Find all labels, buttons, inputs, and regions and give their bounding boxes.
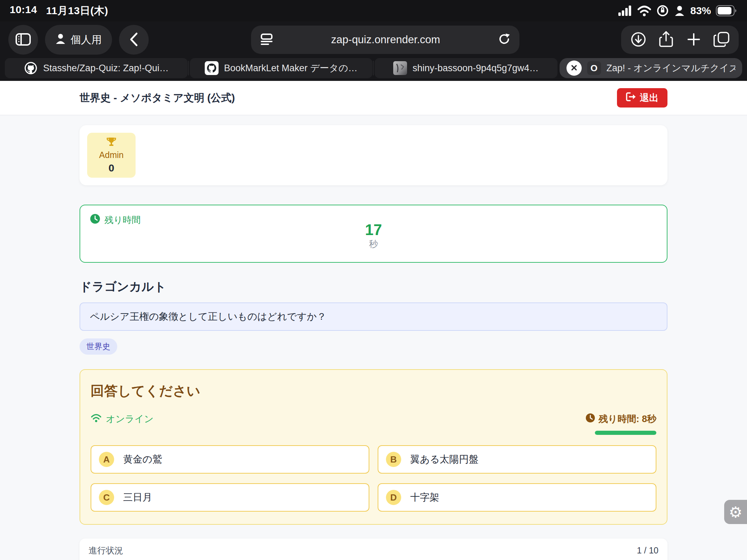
player-score: 0 [109, 162, 114, 174]
tab-github-repo[interactable]: Stasshe/Zap-Quiz: Zap!-Qui… [5, 58, 188, 78]
toolbar-right-buttons [621, 26, 739, 54]
option-letter-badge: D [386, 490, 401, 505]
clock-icon [585, 413, 595, 425]
status-date: 11月13日(木) [46, 4, 108, 18]
option-a-button[interactable]: A 黄金の鷲 [91, 445, 369, 474]
settings-fab[interactable]: ⚙ [724, 500, 747, 524]
battery-icon [716, 5, 737, 16]
question-text: ペルシア王権の象徴として正しいものはどれですか？ [90, 310, 326, 323]
download-icon [631, 32, 646, 48]
question-title: ドラゴンカルト [80, 279, 667, 295]
option-text: 十字架 [410, 491, 439, 504]
answer-heading: 回答してください [91, 382, 656, 400]
download-button[interactable] [625, 26, 652, 54]
safari-toolbar: 個人用 zap-quiz.onrender.com [0, 21, 747, 58]
trophy-icon [106, 137, 117, 148]
tab-bookmarklet-maker[interactable]: BookMarkLet Maker データの… [190, 58, 373, 78]
wifi-icon [637, 5, 652, 16]
profile-button[interactable]: 個人用 [45, 25, 112, 55]
option-text: 翼ある太陽円盤 [410, 453, 478, 466]
option-c-button[interactable]: C 三日月 [91, 483, 369, 512]
image-favicon [393, 61, 407, 75]
close-icon [571, 64, 578, 72]
profile-label: 個人用 [71, 33, 102, 47]
clock-time: 10:14 [10, 4, 37, 18]
tab-title: Stasshe/Zap-Quiz: Zap!-Qui… [43, 63, 169, 74]
option-text: 三日月 [123, 491, 152, 504]
wifi-online-icon [91, 413, 102, 425]
progress-card: 進行状況 1 / 10 [80, 539, 667, 560]
rotation-lock-icon [656, 4, 669, 17]
option-text: 黄金の鷲 [123, 453, 162, 466]
online-label: オンライン [106, 413, 154, 425]
progress-value: 1 / 10 [637, 545, 658, 556]
option-b-button[interactable]: B 翼ある太陽円盤 [378, 445, 656, 474]
answer-panel: 回答してください オンライン 残り時間: 8秒 [80, 369, 667, 525]
timer-unit: 秒 [90, 238, 657, 250]
player-tile-admin: Admin 0 [87, 133, 136, 178]
new-tab-button[interactable] [680, 26, 708, 54]
exit-button[interactable]: 退出 [617, 88, 667, 108]
zap-favicon: O [587, 61, 601, 75]
options-grid: A 黄金の鷲 B 翼ある太陽円盤 C 三日月 D 十字架 [91, 445, 656, 512]
player-name: Admin [99, 150, 124, 160]
tab-title: BookMarkLet Maker データの… [224, 62, 358, 74]
share-icon [659, 31, 673, 49]
quiz-header: 世界史 - メソポタミア文明 (公式) 退出 [0, 81, 747, 115]
tab-shiny-bassoon[interactable]: shiny-bassoon-9p4q5g7gw4… [375, 58, 557, 78]
page-format-icon [260, 33, 273, 47]
tab-zap-quiz-active[interactable]: O Zap! - オンラインマルチクイズ… [560, 58, 743, 78]
timer-value: 17 [90, 222, 657, 237]
category-badge: 世界史 [80, 338, 117, 355]
option-letter-badge: C [99, 490, 114, 505]
tab-title: Zap! - オンラインマルチクイズ… [607, 62, 736, 74]
tab-strip: Stasshe/Zap-Quiz: Zap!-Qui… BookMarkLet … [0, 58, 747, 81]
url-bar[interactable]: zap-quiz.onrender.com [251, 26, 519, 54]
timer-card: 残り時間 17 秒 [80, 205, 667, 263]
option-letter-badge: B [386, 452, 401, 467]
url-text: zap-quiz.onrender.com [273, 34, 498, 46]
back-button[interactable] [119, 25, 149, 55]
share-button[interactable] [652, 26, 680, 54]
github-icon [205, 61, 219, 75]
plus-icon [687, 32, 701, 47]
chevron-left-icon [129, 32, 139, 48]
question-text-box: ペルシア王権の象徴として正しいものはどれですか？ [80, 302, 667, 331]
user-status-icon [674, 5, 685, 17]
progress-label: 進行状況 [89, 545, 123, 556]
tab-title: shiny-bassoon-9p4q5g7gw4… [413, 63, 539, 74]
cellular-signal-icon [618, 6, 632, 16]
quiz-title: 世界史 - メソポタミア文明 (公式) [80, 91, 235, 105]
answer-timer-track [595, 431, 656, 435]
tabs-icon [713, 32, 729, 48]
exit-label: 退出 [640, 92, 658, 104]
web-page: 世界史 - メソポタミア文明 (公式) 退出 Admin 0 [0, 81, 747, 560]
answer-timer-fill [595, 431, 656, 435]
logout-icon [626, 92, 636, 104]
answer-time-left: 残り時間: 8秒 [599, 413, 656, 425]
tabs-overview-button[interactable] [708, 26, 735, 54]
players-card: Admin 0 [80, 125, 667, 185]
sidebar-icon [16, 33, 31, 47]
answer-timer: 残り時間: 8秒 [585, 413, 656, 435]
online-status: オンライン [91, 413, 154, 425]
close-tab-button[interactable] [566, 60, 582, 76]
sidebar-toggle-button[interactable] [8, 25, 38, 55]
github-icon [24, 61, 38, 75]
option-letter-badge: A [99, 452, 114, 467]
status-bar: 10:14 11月13日(木) 83% [0, 0, 747, 21]
reload-icon[interactable] [498, 32, 510, 47]
battery-percent: 83% [690, 5, 711, 17]
ipad-screen: 10:14 11月13日(木) 83% [0, 0, 747, 560]
person-icon [55, 33, 66, 47]
option-d-button[interactable]: D 十字架 [378, 483, 656, 512]
settings-gear-icon: ⚙ [729, 503, 742, 521]
